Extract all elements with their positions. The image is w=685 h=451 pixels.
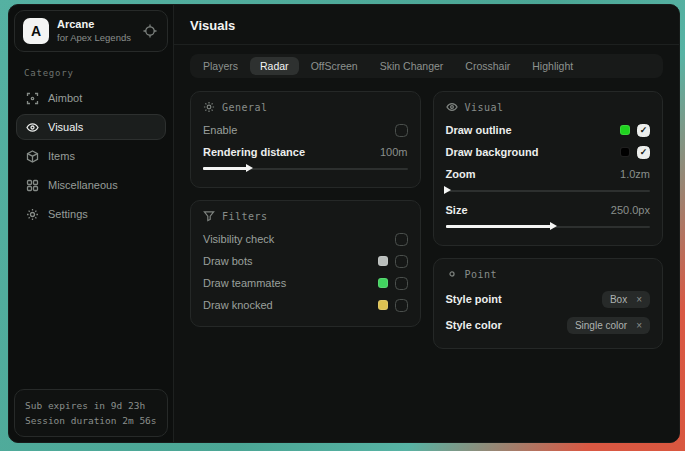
slider-fill — [446, 225, 552, 228]
tab-players[interactable]: Players — [193, 57, 248, 75]
app-subtitle: for Apex Legends — [57, 32, 133, 44]
zoom-label: Zoom — [446, 168, 476, 180]
sidebar-item-label: Visuals — [48, 121, 83, 133]
sub-expiry-text: Sub expires in 9d 23h — [25, 398, 157, 413]
app-meta: Arcane for Apex Legends — [57, 18, 133, 44]
draw-knocked-checkbox[interactable] — [395, 299, 408, 312]
eye-icon — [446, 101, 458, 113]
tab-skin-changer[interactable]: Skin Changer — [370, 57, 454, 75]
general-card-title: General — [222, 102, 268, 113]
sidebar: A Arcane for Apex Legends Category — [9, 5, 173, 442]
draw-bots-checkbox[interactable] — [395, 255, 408, 268]
draw-outline-label: Draw outline — [446, 124, 512, 136]
app-name: Arcane — [57, 18, 133, 32]
style-color-value: Single color — [575, 320, 627, 331]
eye-icon — [26, 121, 39, 134]
sidebar-item-visuals[interactable]: Visuals — [16, 114, 166, 140]
draw-teammates-color-swatch[interactable] — [378, 278, 388, 288]
style-color-label: Style color — [446, 319, 502, 331]
left-column: General Enable Rendering distance 100m — [190, 91, 421, 327]
draw-bots-row: Draw bots — [203, 250, 408, 272]
draw-knocked-label: Draw knocked — [203, 299, 273, 311]
size-slider[interactable] — [446, 222, 651, 231]
style-point-row: Style point Box × — [446, 286, 651, 312]
style-point-value: Box — [610, 294, 627, 305]
draw-background-label: Draw background — [446, 146, 539, 158]
tab-offscreen[interactable]: OffScreen — [301, 57, 368, 75]
visibility-check-checkbox[interactable] — [395, 233, 408, 246]
visual-card: Visual Draw outline Draw background — [433, 91, 664, 246]
content-area: General Enable Rendering distance 100m — [174, 91, 679, 349]
clear-icon[interactable]: × — [636, 294, 642, 305]
general-card-header: General — [203, 101, 408, 113]
sidebar-item-items[interactable]: Items — [16, 143, 166, 169]
slider-track — [446, 190, 651, 192]
style-point-select[interactable]: Box × — [602, 291, 650, 308]
page-title: Visuals — [190, 18, 663, 33]
filters-card-title: Filters — [222, 211, 268, 222]
draw-teammates-checkbox[interactable] — [395, 277, 408, 290]
sidebar-item-label: Miscellaneous — [48, 179, 118, 191]
size-value: 250.0px — [611, 204, 650, 216]
right-column: Visual Draw outline Draw background — [433, 91, 664, 349]
visual-card-header: Visual — [446, 101, 651, 113]
rendering-distance-label: Rendering distance — [203, 146, 305, 158]
draw-outline-row: Draw outline — [446, 119, 651, 141]
draw-background-checkbox[interactable] — [637, 146, 650, 159]
draw-outline-color-swatch[interactable] — [620, 125, 630, 135]
point-card-title: Point — [465, 269, 498, 280]
sidebar-item-label: Aimbot — [48, 92, 82, 104]
tab-radar[interactable]: Radar — [250, 57, 299, 75]
enable-label: Enable — [203, 124, 237, 136]
sidebar-item-miscellaneous[interactable]: Miscellaneous — [16, 172, 166, 198]
rendering-distance-row: Rendering distance 100m — [203, 141, 408, 163]
size-row: Size 250.0px — [446, 199, 651, 221]
style-color-row: Style color Single color × — [446, 312, 651, 338]
crosshair-icon — [26, 92, 39, 105]
draw-background-color-swatch[interactable] — [620, 147, 630, 157]
app-header-card: A Arcane for Apex Legends — [14, 10, 168, 52]
visibility-check-label: Visibility check — [203, 233, 274, 245]
point-card: Point Style point Box × Style color Sing… — [433, 258, 664, 349]
enable-row: Enable — [203, 119, 408, 141]
gear-icon — [26, 208, 39, 221]
zoom-slider[interactable] — [446, 186, 651, 195]
package-icon — [26, 150, 39, 163]
scope-target-icon[interactable] — [141, 22, 159, 40]
main-header: Visuals — [174, 5, 679, 45]
size-label: Size — [446, 204, 468, 216]
visibility-check-row: Visibility check — [203, 228, 408, 250]
point-card-header: Point — [446, 268, 651, 280]
tabbar: Players Radar OffScreen Skin Changer Cro… — [190, 54, 663, 78]
draw-outline-checkbox[interactable] — [637, 124, 650, 137]
slider-thumb[interactable] — [246, 164, 253, 172]
zoom-value: 1.0zm — [620, 168, 650, 180]
draw-teammates-label: Draw teammates — [203, 277, 286, 289]
general-card: General Enable Rendering distance 100m — [190, 91, 421, 188]
enable-checkbox[interactable] — [395, 124, 408, 137]
sidebar-item-aimbot[interactable]: Aimbot — [16, 85, 166, 111]
sidebar-nav: Aimbot Visuals Items — [14, 85, 168, 227]
tab-crosshair[interactable]: Crosshair — [455, 57, 520, 75]
funnel-icon — [203, 210, 215, 222]
slider-thumb[interactable] — [444, 186, 451, 194]
draw-knocked-color-swatch[interactable] — [378, 300, 388, 310]
app-logo: A — [23, 18, 49, 44]
subscription-info-card: Sub expires in 9d 23h Session duration 2… — [14, 389, 168, 437]
tab-highlight[interactable]: Highlight — [522, 57, 583, 75]
slider-thumb[interactable] — [550, 222, 557, 230]
sidebar-item-label: Settings — [48, 208, 88, 220]
filters-card-header: Filters — [203, 210, 408, 222]
draw-teammates-row: Draw teammates — [203, 272, 408, 294]
zoom-row: Zoom 1.0zm — [446, 163, 651, 185]
draw-background-row: Draw background — [446, 141, 651, 163]
slider-fill — [203, 167, 248, 170]
sidebar-item-settings[interactable]: Settings — [16, 201, 166, 227]
draw-knocked-row: Draw knocked — [203, 294, 408, 316]
visual-card-title: Visual — [465, 102, 504, 113]
grid-icon — [26, 179, 39, 192]
clear-icon[interactable]: × — [636, 320, 642, 331]
style-color-select[interactable]: Single color × — [567, 317, 650, 334]
rendering-distance-slider[interactable] — [203, 164, 408, 173]
draw-bots-color-swatch[interactable] — [378, 256, 388, 266]
